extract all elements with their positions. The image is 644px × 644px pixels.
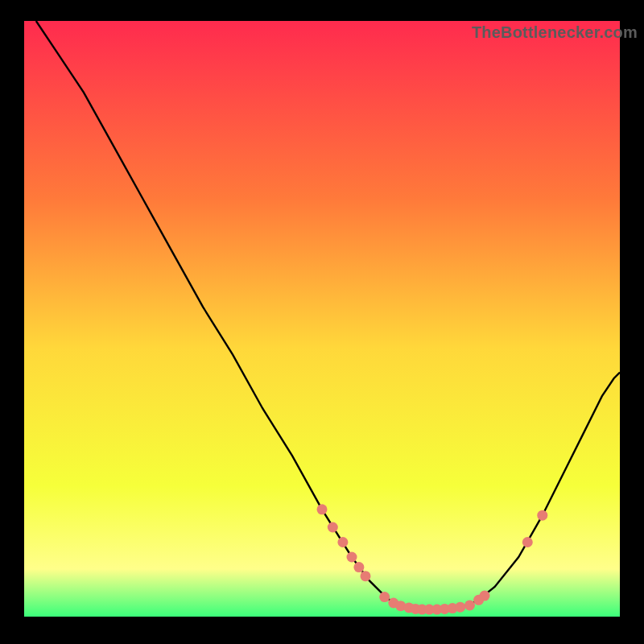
curve-marker — [522, 537, 533, 547]
chart-plot-area — [24, 21, 620, 617]
chart-svg — [24, 21, 620, 617]
curve-marker — [328, 522, 338, 533]
curve-marker — [353, 562, 364, 572]
curve-marker — [361, 571, 371, 581]
watermark-text: TheBottlenecker.com — [472, 23, 638, 42]
curve-marker — [480, 591, 490, 601]
curve-marker — [317, 504, 328, 514]
curve-marker — [537, 510, 547, 521]
curve-marker — [464, 600, 475, 610]
curve-marker — [455, 602, 465, 613]
curve-marker — [337, 537, 348, 547]
chart-background-gradient — [24, 21, 620, 617]
curve-marker — [379, 592, 390, 602]
curve-marker — [347, 552, 357, 563]
